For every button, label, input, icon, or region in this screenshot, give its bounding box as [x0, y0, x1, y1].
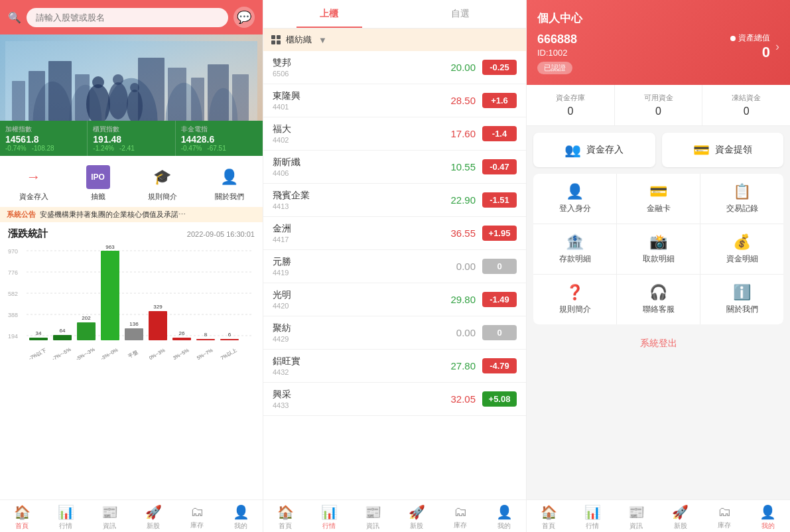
- mid-nav-portfolio[interactable]: 🗂 庫存: [438, 504, 482, 531]
- menu-item-5[interactable]: 💰 資金明細: [700, 224, 783, 274]
- index-otc: 櫃買指數 191.48 -1.24% -2.41: [87, 121, 174, 156]
- right-nav-profile[interactable]: 👤 我的: [746, 504, 790, 531]
- index-bar: 加權指數 14561.8 -0.74% -108.28 櫃買指數 191.48 …: [0, 121, 263, 156]
- stock-row[interactable]: 新昕纖 4406 10.55 -0.47: [263, 151, 526, 184]
- stock-row[interactable]: 福大 4402 17.60 -1.4: [263, 117, 526, 151]
- svg-text:194: 194: [8, 333, 18, 340]
- stock-code: 4401: [273, 103, 439, 111]
- logout-button[interactable]: 系統登出: [640, 338, 677, 348]
- tab-listed[interactable]: 上櫃: [263, 0, 395, 28]
- right-nav-news[interactable]: 📰 資訊: [614, 504, 658, 531]
- svg-text:970: 970: [8, 248, 18, 255]
- right-nav-ipo[interactable]: 🚀 新股: [659, 504, 702, 531]
- svg-text:5%~7%: 5%~7%: [196, 347, 214, 361]
- svg-rect-38: [125, 328, 143, 340]
- category-bar[interactable]: 櫃紡織 ▼: [263, 29, 526, 51]
- stock-row[interactable]: 鋁旺實 4432 27.80 -4.79: [263, 350, 526, 383]
- right-nav-market[interactable]: 📊 行情: [570, 504, 614, 531]
- mid-nav-profile[interactable]: 👤 我的: [482, 504, 526, 531]
- action-deposit[interactable]: → 資金存入: [19, 165, 48, 202]
- nav-market-label: 行情: [59, 521, 72, 531]
- ticker: 系統公告 安盛機構秉持著集團的企業核心價值及承諾⋯: [0, 207, 263, 222]
- mid-nav-ipo[interactable]: 🚀 新股: [395, 504, 438, 531]
- stock-row[interactable]: 元勝 4419 0.00 0: [263, 250, 526, 283]
- bar-chart: 970 776 582 388 194 34 -7%以下 64 -7%~-5% …: [8, 244, 255, 377]
- ticker-label: 系統公告: [7, 210, 36, 220]
- nav-ipo-label: 新股: [147, 521, 160, 531]
- svg-text:64: 64: [60, 328, 66, 334]
- menu-item-6[interactable]: ❓ 規則簡介: [533, 275, 616, 324]
- nav-home[interactable]: 🏠 首頁: [0, 504, 44, 531]
- fund-deposit-btn[interactable]: 👥 資金存入: [533, 133, 655, 167]
- stock-row[interactable]: 飛賓企業 4413 22.90 -1.51: [263, 184, 526, 217]
- fund-stats: 資金存庫 0 可用資金 0 凍結資金 0: [527, 85, 790, 126]
- action-about-label: 關於我們: [215, 192, 244, 202]
- right-nav-market-label: 行情: [586, 521, 599, 531]
- action-ipo[interactable]: IPO 抽籤: [86, 165, 110, 202]
- right-nav-home[interactable]: 🏠 首頁: [527, 504, 570, 531]
- right-nav-portfolio[interactable]: 🗂 庫存: [702, 504, 746, 531]
- stock-price: 0.00: [439, 327, 476, 338]
- menu-icon-8: ℹ️: [733, 284, 751, 301]
- action-about[interactable]: 👤 關於我們: [215, 165, 244, 202]
- nav-market[interactable]: 📊 行情: [44, 504, 88, 531]
- svg-rect-3: [48, 61, 72, 121]
- action-rules[interactable]: 🎓 規則簡介: [148, 165, 177, 202]
- nav-profile[interactable]: 👤 我的: [219, 504, 263, 531]
- stock-price: 10.55: [439, 161, 476, 172]
- nav-portfolio[interactable]: 🗂 庫存: [175, 504, 219, 531]
- index-weighted-change: -0.74% -108.28: [5, 145, 82, 152]
- nav-ipo[interactable]: 🚀 新股: [131, 504, 175, 531]
- stock-row[interactable]: 東隆興 4401 28.50 +1.6: [263, 84, 526, 117]
- stock-change: +1.95: [482, 226, 517, 241]
- search-input[interactable]: [27, 8, 228, 27]
- category-label: 櫃紡織: [286, 34, 312, 46]
- mid-bottom-nav: 🏠 首頁 📊 行情 📰 資訊 🚀 新股 🗂 庫存 👤 我的: [263, 499, 526, 532]
- verified-badge: 已認證: [537, 62, 572, 74]
- stock-row[interactable]: 雙邦 6506 20.00 -0.25: [263, 51, 526, 84]
- stock-row[interactable]: 光明 4420 29.80 -1.49: [263, 283, 526, 316]
- asset-label: 資產總值: [738, 33, 770, 44]
- stock-code: 6506: [273, 70, 439, 78]
- svg-text:34: 34: [36, 330, 42, 336]
- svg-text:26: 26: [179, 330, 185, 336]
- menu-label-2: 交易記錄: [726, 203, 758, 214]
- stock-code: 4402: [273, 136, 439, 144]
- stock-info: 興采 4433: [273, 389, 439, 409]
- svg-rect-47: [196, 339, 215, 340]
- stock-row[interactable]: 聚紡 4429 0.00 0: [263, 316, 526, 350]
- menu-item-7[interactable]: 🎧 聯絡客服: [617, 275, 700, 324]
- mid-nav-news[interactable]: 📰 資訊: [351, 504, 395, 531]
- chevron-right-icon: ›: [775, 40, 779, 54]
- menu-item-8[interactable]: ℹ️ 關於我們: [700, 275, 783, 324]
- fund-stat-storage-label: 資金存庫: [527, 93, 614, 103]
- stock-row[interactable]: 興采 4433 32.05 +5.08: [263, 383, 526, 416]
- fund-stat-available: 可用資金 0: [614, 85, 703, 125]
- mid-nav-market[interactable]: 📊 行情: [307, 504, 351, 531]
- stock-change: -4.79: [482, 358, 517, 373]
- stock-change: 0: [482, 259, 517, 274]
- stock-price: 29.80: [439, 294, 476, 305]
- menu-item-2[interactable]: 📋 交易記錄: [700, 174, 783, 224]
- menu-grid: 👤 登入身分 💳 金融卡 📋 交易記錄 🏦 存款明細 📸 取款明細 💰 資金明細…: [533, 174, 783, 324]
- svg-text:-7%~-5%: -7%~-5%: [51, 346, 72, 362]
- stock-info: 聚紡 4429: [273, 322, 439, 343]
- right-nav-portfolio-label: 庫存: [718, 521, 731, 530]
- stock-price: 22.90: [439, 194, 476, 206]
- mid-nav-home[interactable]: 🏠 首頁: [263, 504, 307, 531]
- nav-news[interactable]: 📰 資訊: [88, 504, 131, 531]
- svg-rect-9: [232, 74, 249, 121]
- menu-item-1[interactable]: 💳 金融卡: [617, 174, 700, 224]
- menu-item-3[interactable]: 🏦 存款明細: [533, 224, 616, 274]
- tab-watchlist[interactable]: 自選: [395, 0, 526, 28]
- asset-block: 資產總值 0 ›: [730, 33, 779, 61]
- stock-row[interactable]: 金洲 4417 36.55 +1.95: [263, 217, 526, 250]
- stock-code: 4433: [273, 401, 439, 409]
- chat-icon[interactable]: 💬: [233, 7, 255, 28]
- stock-code: 4429: [273, 335, 439, 343]
- menu-item-4[interactable]: 📸 取款明細: [617, 224, 700, 274]
- nav-profile-label: 我的: [234, 521, 247, 531]
- menu-item-0[interactable]: 👤 登入身分: [533, 174, 616, 224]
- user-number: 666888: [537, 33, 577, 46]
- fund-withdraw-btn[interactable]: 💳 資金提領: [662, 133, 784, 167]
